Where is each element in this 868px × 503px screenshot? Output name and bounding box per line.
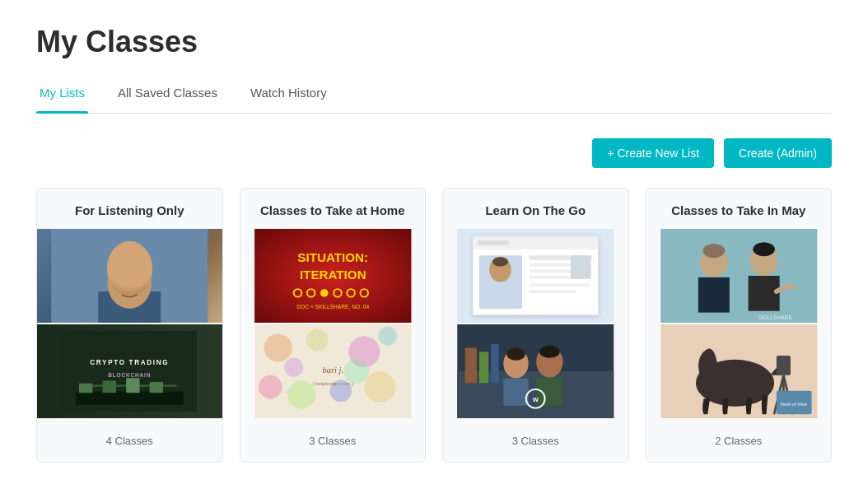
- card-images: SITUATION: ITERATION DOC × SKILLSHARE, N…: [240, 229, 426, 418]
- cards-grid: For Listening Only: [36, 188, 832, 463]
- man-hat-image: [37, 229, 222, 323]
- page-container: My Classes My Lists All Saved Classes Wa…: [0, 0, 868, 496]
- svg-rect-61: [503, 379, 528, 406]
- svg-rect-11: [76, 392, 184, 405]
- card-image-bottom: bari j. { batijdesigns.com }: [240, 324, 426, 418]
- svg-point-37: [343, 359, 368, 384]
- card-title: Classes to Take at Home: [240, 189, 426, 229]
- card-for-listening-only[interactable]: For Listening Only: [36, 188, 223, 463]
- svg-text:bari j.: bari j.: [322, 366, 343, 375]
- svg-text:W: W: [533, 396, 539, 403]
- svg-point-32: [259, 375, 282, 399]
- svg-rect-13: [103, 380, 116, 393]
- card-image-top: [443, 229, 628, 323]
- card-title: For Listening Only: [37, 189, 222, 229]
- svg-rect-64: [536, 378, 562, 406]
- svg-rect-77: [776, 356, 790, 375]
- svg-point-72: [753, 242, 775, 256]
- svg-rect-52: [530, 290, 576, 293]
- svg-rect-58: [491, 344, 499, 384]
- card-learn-on-go[interactable]: Learn On The Go: [442, 188, 629, 463]
- svg-rect-4: [110, 268, 150, 275]
- svg-rect-73: [748, 276, 779, 311]
- card-title: Learn On The Go: [443, 189, 628, 229]
- card-classes-take-may[interactable]: Classes to Take In May: [646, 188, 833, 463]
- svg-point-2: [108, 258, 152, 309]
- svg-point-33: [287, 380, 315, 408]
- svg-point-63: [539, 346, 560, 358]
- card-images: CRYPTO TRADING BLOCKCHAIN: [37, 229, 222, 418]
- svg-rect-50: [530, 276, 572, 279]
- svg-text:SKILLSHARE: SKILLSHARE: [758, 314, 792, 320]
- card-count: 2 Classes: [646, 426, 832, 462]
- svg-rect-14: [126, 378, 139, 393]
- card-classes-take-home[interactable]: Classes to Take at Home SITUATION:: [240, 188, 427, 463]
- card-images: W: [443, 229, 628, 418]
- svg-point-69: [702, 244, 725, 258]
- crypto-image: CRYPTO TRADING BLOCKCHAIN: [37, 324, 222, 418]
- svg-rect-56: [465, 348, 477, 384]
- tabs-container: My Lists All Saved Classes Watch History: [36, 86, 832, 114]
- svg-point-29: [306, 329, 328, 352]
- svg-point-28: [264, 333, 292, 361]
- svg-point-35: [364, 371, 395, 403]
- card-image-bottom: Field of View: [646, 324, 832, 418]
- card-image-top: SITUATION: ITERATION DOC × SKILLSHARE, N…: [240, 229, 426, 323]
- card-title: Classes to Take In May: [646, 189, 832, 229]
- svg-text:{ batijdesigns.com }: { batijdesigns.com }: [312, 381, 352, 386]
- svg-rect-70: [698, 277, 729, 313]
- svg-rect-57: [479, 352, 488, 383]
- svg-point-46: [492, 257, 508, 266]
- create-admin-button[interactable]: Create (Admin): [724, 138, 832, 168]
- card-count: 3 Classes: [240, 426, 426, 462]
- svg-point-31: [378, 327, 397, 346]
- tab-all-saved-classes[interactable]: All Saved Classes: [114, 86, 221, 113]
- card-image-top: [37, 229, 222, 323]
- svg-rect-12: [79, 384, 92, 393]
- card-count: 3 Classes: [443, 426, 628, 462]
- svg-text:ITERATION: ITERATION: [299, 268, 366, 282]
- page-title: My Classes: [36, 25, 832, 59]
- svg-text:BLOCKCHAIN: BLOCKCHAIN: [108, 372, 151, 378]
- svg-rect-51: [530, 284, 590, 287]
- tab-watch-history[interactable]: Watch History: [247, 86, 330, 113]
- svg-point-5: [119, 282, 126, 290]
- svg-text:DOC × SKILLSHARE, NO. 04: DOC × SKILLSHARE, NO. 04: [296, 304, 369, 310]
- svg-rect-53: [571, 255, 591, 279]
- svg-point-6: [133, 282, 140, 290]
- tab-my-lists[interactable]: My Lists: [36, 86, 88, 113]
- card-image-top: SKILLSHARE: [646, 229, 832, 323]
- create-new-list-button[interactable]: + Create New List: [592, 138, 714, 168]
- svg-text:SITUATION:: SITUATION:: [297, 250, 368, 264]
- card-images: SKILLSHARE: [646, 229, 832, 418]
- svg-rect-67: [660, 229, 817, 323]
- card-image-bottom: W: [443, 324, 628, 418]
- svg-text:Field of View: Field of View: [780, 402, 807, 407]
- toolbar: + Create New List Create (Admin): [36, 138, 832, 168]
- svg-point-3: [114, 265, 145, 281]
- svg-rect-43: [478, 240, 509, 245]
- svg-point-22: [320, 289, 329, 297]
- svg-rect-15: [150, 382, 163, 393]
- card-image-bottom: CRYPTO TRADING BLOCKCHAIN: [37, 324, 222, 418]
- card-count: 4 Classes: [37, 426, 222, 462]
- svg-text:CRYPTO TRADING: CRYPTO TRADING: [90, 359, 169, 366]
- svg-point-36: [284, 358, 303, 377]
- svg-point-60: [506, 348, 525, 361]
